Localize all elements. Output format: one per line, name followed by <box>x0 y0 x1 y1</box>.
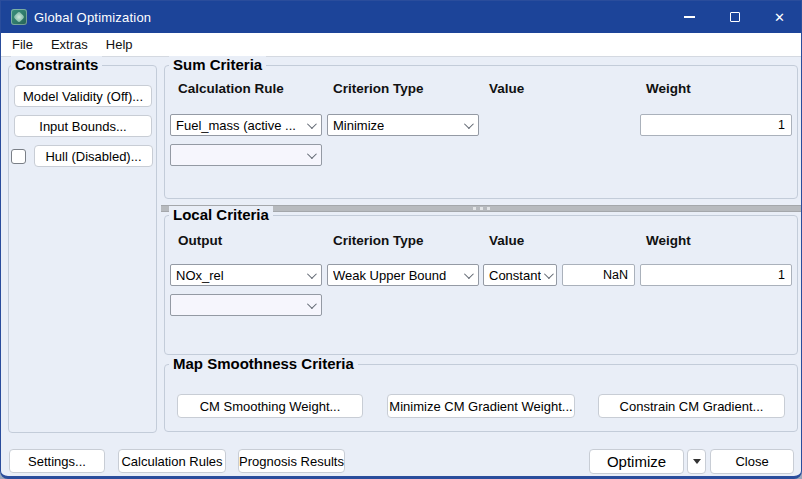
constraints-title: Constraints <box>11 56 102 73</box>
splitter-dot <box>487 207 490 210</box>
local-value-type-value: Constant <box>489 268 541 283</box>
local-criteria-group: Local Criteria Output Criterion Type Val… <box>164 215 798 355</box>
app-icon <box>11 9 27 25</box>
minimize-cm-gradient-weight-button[interactable]: Minimize CM Gradient Weight... <box>387 394 575 418</box>
menu-extras[interactable]: Extras <box>42 33 97 57</box>
sum-header-value: Value <box>489 81 524 96</box>
calculation-rules-button[interactable]: Calculation Rules <box>118 449 226 473</box>
map-smoothness-group: Map Smoothness Criteria CM Smoothing Wei… <box>164 364 798 432</box>
titlebar: Global Optimization ✕ <box>0 1 802 33</box>
menu-help[interactable]: Help <box>97 33 142 57</box>
hull-checkbox[interactable] <box>11 149 26 164</box>
chevron-down-icon <box>464 119 474 129</box>
chevron-down-icon <box>307 119 317 129</box>
global-optimization-window: Global Optimization ✕ File Extras Help C… <box>0 0 802 479</box>
local-header-output: Output <box>178 233 222 248</box>
local-header-criterion-type: Criterion Type <box>333 233 424 248</box>
sum-weight-input[interactable] <box>640 114 792 136</box>
dropdown-arrow-icon <box>693 459 701 464</box>
local-value-type-dropdown[interactable]: Constant <box>483 264 557 286</box>
local-header-value: Value <box>489 233 524 248</box>
sum-criteria-title: Sum Criteria <box>169 56 266 73</box>
optimize-dropdown-button[interactable] <box>687 449 706 474</box>
window-title: Global Optimization <box>34 10 151 25</box>
map-smoothness-title: Map Smoothness Criteria <box>169 355 358 372</box>
chevron-down-icon <box>307 299 317 309</box>
chevron-down-icon <box>307 269 317 279</box>
optimize-button[interactable]: Optimize <box>589 449 684 474</box>
hull-button[interactable]: Hull (Disabled)... <box>34 145 153 167</box>
sum-header-criterion-type: Criterion Type <box>333 81 424 96</box>
sum-criterion-type-value: Minimize <box>333 118 384 133</box>
sum-calculation-rule-dropdown[interactable]: Fuel_mass (active ... <box>170 114 322 136</box>
local-new-output-dropdown[interactable] <box>170 294 322 316</box>
local-criterion-type-dropdown[interactable]: Weak Upper Bound <box>327 264 479 286</box>
local-value-input[interactable] <box>562 264 635 286</box>
prognosis-results-button[interactable]: Prognosis Results <box>238 449 345 473</box>
local-header-weight: Weight <box>646 233 691 248</box>
cm-smoothing-weight-button[interactable]: CM Smoothing Weight... <box>177 394 363 418</box>
constrain-cm-gradient-button[interactable]: Constrain CM Gradient... <box>598 394 785 418</box>
menubar: File Extras Help <box>1 33 801 57</box>
settings-button[interactable]: Settings... <box>9 449 105 473</box>
local-weight-input[interactable] <box>640 264 792 286</box>
maximize-icon <box>730 12 740 22</box>
minimize-icon <box>684 16 695 18</box>
splitter-dot <box>480 207 483 210</box>
close-icon: ✕ <box>774 11 785 24</box>
chevron-down-icon <box>307 149 317 159</box>
close-button[interactable]: ✕ <box>757 1 802 33</box>
chevron-down-icon <box>464 269 474 279</box>
constraints-group: Constraints Model Validity (Off)... Inpu… <box>8 65 157 433</box>
local-output-value: NOx_rel <box>176 268 224 283</box>
maximize-button[interactable] <box>712 1 757 33</box>
sum-new-rule-dropdown[interactable] <box>170 144 322 166</box>
model-validity-button[interactable]: Model Validity (Off)... <box>14 85 152 107</box>
input-bounds-button[interactable]: Input Bounds... <box>14 115 152 137</box>
local-criterion-type-value: Weak Upper Bound <box>333 268 446 283</box>
local-output-dropdown[interactable]: NOx_rel <box>170 264 322 286</box>
sum-calculation-rule-value: Fuel_mass (active ... <box>176 118 296 133</box>
sum-header-weight: Weight <box>646 81 691 96</box>
sum-criteria-group: Sum Criteria Calculation Rule Criterion … <box>164 65 798 199</box>
window-controls: ✕ <box>667 1 802 33</box>
close-dialog-button[interactable]: Close <box>710 449 794 474</box>
splitter-dot <box>473 207 476 210</box>
menu-file[interactable]: File <box>3 33 42 57</box>
sum-header-calculation-rule: Calculation Rule <box>178 81 284 96</box>
sum-criterion-type-dropdown[interactable]: Minimize <box>327 114 479 136</box>
local-criteria-title: Local Criteria <box>169 206 273 223</box>
minimize-button[interactable] <box>667 1 712 33</box>
chevron-down-icon <box>544 269 554 279</box>
